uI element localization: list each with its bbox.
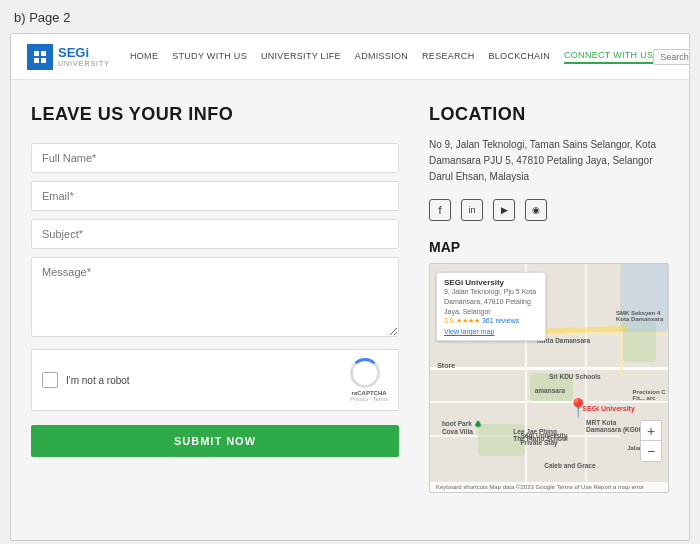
map-container[interactable]: Kinta Damansara amansara MRT KotaDamansa…: [429, 263, 669, 493]
captcha-spinner: [350, 358, 380, 388]
linkedin-icon[interactable]: in: [461, 199, 483, 221]
submit-button[interactable]: SUBMIT NOW: [31, 425, 399, 457]
map-title: MAP: [429, 239, 669, 255]
captcha-brand: reCAPTCHA Privacy - Terms: [350, 390, 388, 402]
nav-blockchain[interactable]: BLOCKCHAIN: [488, 51, 550, 63]
map-zoom-controls: + −: [640, 420, 662, 462]
map-footer: Keyboard shortcuts Map data ©2023 Google…: [430, 482, 668, 492]
logo-text: SEGi UNIVERSITY: [58, 46, 110, 68]
zoom-in-button[interactable]: +: [641, 421, 661, 441]
captcha-right: reCAPTCHA Privacy - Terms: [350, 358, 388, 402]
form-title: LEAVE US YOUR INFO: [31, 104, 399, 125]
nav-study[interactable]: STUDY WITH US: [172, 51, 247, 63]
svg-rect-2: [34, 58, 39, 63]
instagram-icon[interactable]: ◉: [525, 199, 547, 221]
subject-field[interactable]: [31, 219, 399, 249]
logo-icon: [27, 44, 53, 70]
nav-research[interactable]: RESEARCH: [422, 51, 474, 63]
logo-subtitle: UNIVERSITY: [58, 60, 110, 68]
main-content: LEAVE US YOUR INFO I'm not a robot reCAP…: [11, 80, 689, 540]
search-box: 🔍: [653, 49, 690, 65]
browser-frame: SEGi UNIVERSITY HOME STUDY WITH US UNIVE…: [10, 33, 690, 541]
navbar: SEGi UNIVERSITY HOME STUDY WITH US UNIVE…: [11, 34, 689, 80]
form-section: LEAVE US YOUR INFO I'm not a robot reCAP…: [31, 104, 399, 516]
captcha-label: I'm not a robot: [66, 375, 130, 386]
nav-home[interactable]: HOME: [130, 51, 158, 63]
location-title: LOCATION: [429, 104, 669, 125]
map-info-box: SEGi University 9, Jalan Teknologi, Pju …: [436, 272, 546, 341]
facebook-icon[interactable]: f: [429, 199, 451, 221]
info-section: LOCATION No 9, Jalan Teknologi, Taman Sa…: [429, 104, 669, 516]
nav-university[interactable]: UNIVERSITY LIFE: [261, 51, 341, 63]
view-larger-map-link[interactable]: View larger map: [444, 328, 538, 335]
page-label: b) Page 2: [10, 10, 690, 25]
social-icons: f in ▶ ◉: [429, 199, 669, 221]
captcha-checkbox[interactable]: [42, 372, 58, 388]
svg-rect-1: [41, 51, 46, 56]
message-field[interactable]: [31, 257, 399, 337]
logo: SEGi UNIVERSITY: [27, 44, 110, 70]
fullname-field[interactable]: [31, 143, 399, 173]
search-input[interactable]: [660, 52, 690, 62]
svg-rect-3: [41, 58, 46, 63]
captcha-left: I'm not a robot: [42, 372, 130, 388]
nav-connect[interactable]: CONNECT WITH US: [564, 50, 653, 64]
zoom-out-button[interactable]: −: [641, 441, 661, 461]
svg-rect-0: [34, 51, 39, 56]
nav-admission[interactable]: ADMISSION: [355, 51, 408, 63]
email-field[interactable]: [31, 181, 399, 211]
location-address: No 9, Jalan Teknologi, Taman Sains Selan…: [429, 137, 669, 185]
captcha-row: I'm not a robot reCAPTCHA Privacy - Term…: [31, 349, 399, 411]
map-background: Kinta Damansara amansara MRT KotaDamansa…: [430, 264, 668, 492]
nav-links: HOME STUDY WITH US UNIVERSITY LIFE ADMIS…: [130, 50, 653, 64]
youtube-icon[interactable]: ▶: [493, 199, 515, 221]
logo-name: SEGi: [58, 46, 110, 60]
